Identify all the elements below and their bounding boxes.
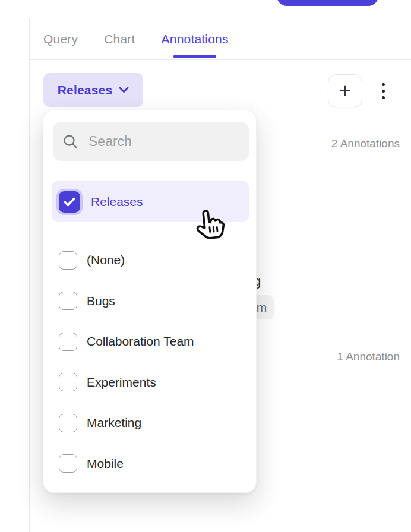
left-panel-edge xyxy=(0,18,30,532)
releases-filter-button[interactable]: Releases xyxy=(43,73,143,107)
tab-query[interactable]: Query xyxy=(43,18,78,59)
dropdown-divider xyxy=(52,232,249,232)
dropdown-search-box[interactable] xyxy=(53,122,249,161)
filter-option-label: (None) xyxy=(87,253,125,267)
filter-option-label: Bugs xyxy=(87,294,115,308)
checkbox-focus-ring xyxy=(56,189,83,215)
tab-query-label: Query xyxy=(43,32,78,46)
filter-option-marketing[interactable]: Marketing xyxy=(52,403,249,444)
filter-option-label: Mobile xyxy=(87,457,124,471)
primary-action-button[interactable] xyxy=(277,0,378,6)
filter-option-label: Experiments xyxy=(87,375,156,390)
add-annotation-button[interactable]: + xyxy=(328,74,362,107)
kebab-menu-icon xyxy=(382,83,385,86)
overflow-menu-button[interactable] xyxy=(375,77,391,105)
releases-filter-dropdown: Releases (None) Bugs Collaboration Team … xyxy=(43,110,257,493)
annotations-count-top: 2 Annotations xyxy=(331,137,400,150)
filter-option-label: Marketing xyxy=(87,416,141,430)
search-input[interactable] xyxy=(87,133,249,150)
tab-bar: Query Chart Annotations xyxy=(30,18,411,60)
chevron-down-icon xyxy=(119,87,129,93)
filter-option-mobile[interactable]: Mobile xyxy=(52,444,249,484)
filter-option-label: Releases xyxy=(91,195,143,209)
search-icon xyxy=(62,134,78,150)
checkbox-unchecked[interactable] xyxy=(59,292,77,310)
checkbox-unchecked[interactable] xyxy=(59,332,77,351)
checkmark-icon xyxy=(64,197,75,207)
checkbox-unchecked[interactable] xyxy=(59,454,77,473)
filter-option-label: Collaboration Team xyxy=(87,334,194,349)
kebab-menu-icon xyxy=(382,90,385,93)
checkbox-checked[interactable] xyxy=(59,191,80,213)
tab-annotations-label: Annotations xyxy=(162,32,229,46)
checkbox-unchecked[interactable] xyxy=(59,373,77,391)
tab-chart[interactable]: Chart xyxy=(104,18,135,59)
filter-option-collaboration-team[interactable]: Collaboration Team xyxy=(52,321,249,362)
left-panel-row-divider xyxy=(0,515,29,515)
filter-option-releases[interactable]: Releases xyxy=(52,181,249,222)
left-panel-row-divider xyxy=(0,441,29,441)
tab-chart-label: Chart xyxy=(104,32,135,46)
tab-annotations[interactable]: Annotations xyxy=(162,18,229,59)
checkbox-unchecked[interactable] xyxy=(59,414,77,432)
filter-option-experiments[interactable]: Experiments xyxy=(52,362,249,403)
filter-option-list: (None) Bugs Collaboration Team Experimen… xyxy=(52,240,249,484)
annotations-page: Query Chart Annotations Releases + 2 Ann… xyxy=(0,0,411,532)
filter-option-none[interactable]: (None) xyxy=(52,240,249,281)
plus-icon: + xyxy=(339,81,350,100)
annotations-count-bottom: 1 Annotation xyxy=(337,350,400,363)
releases-filter-label: Releases xyxy=(58,83,113,97)
kebab-menu-icon xyxy=(382,96,385,99)
filter-option-bugs[interactable]: Bugs xyxy=(52,281,249,322)
active-tab-indicator xyxy=(173,55,216,58)
checkbox-unchecked[interactable] xyxy=(59,251,77,270)
